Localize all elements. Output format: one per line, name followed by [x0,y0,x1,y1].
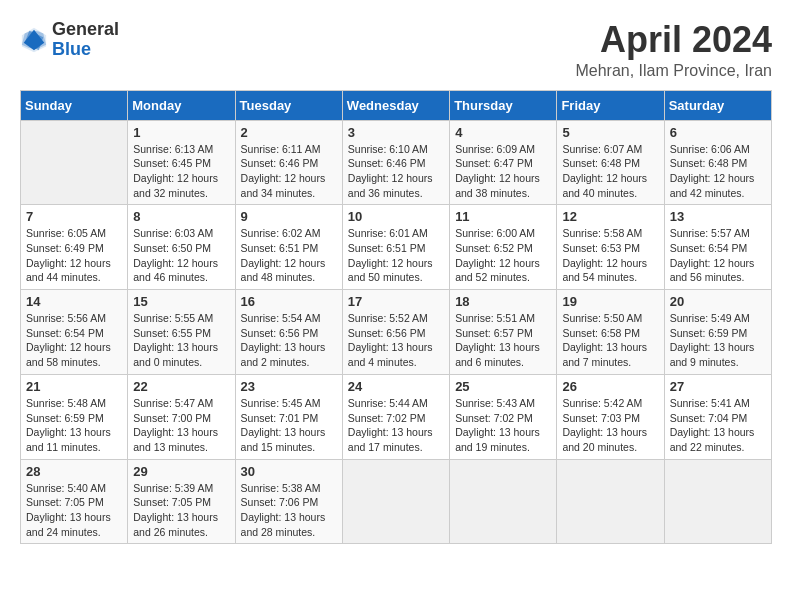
day-info: Sunrise: 6:06 AMSunset: 6:48 PMDaylight:… [670,142,766,201]
day-number: 15 [133,294,229,309]
day-number: 11 [455,209,551,224]
day-number: 23 [241,379,337,394]
calendar-cell [21,120,128,205]
day-info: Sunrise: 6:01 AMSunset: 6:51 PMDaylight:… [348,226,444,285]
calendar-cell: 23Sunrise: 5:45 AMSunset: 7:01 PMDayligh… [235,374,342,459]
day-number: 4 [455,125,551,140]
calendar-cell: 28Sunrise: 5:40 AMSunset: 7:05 PMDayligh… [21,459,128,544]
calendar-cell: 4Sunrise: 6:09 AMSunset: 6:47 PMDaylight… [450,120,557,205]
calendar-cell: 16Sunrise: 5:54 AMSunset: 6:56 PMDayligh… [235,290,342,375]
calendar-cell: 29Sunrise: 5:39 AMSunset: 7:05 PMDayligh… [128,459,235,544]
calendar-cell: 5Sunrise: 6:07 AMSunset: 6:48 PMDaylight… [557,120,664,205]
day-info: Sunrise: 5:58 AMSunset: 6:53 PMDaylight:… [562,226,658,285]
day-number: 1 [133,125,229,140]
week-row-1: 1Sunrise: 6:13 AMSunset: 6:45 PMDaylight… [21,120,772,205]
logo-text: General Blue [52,20,119,60]
day-info: Sunrise: 6:02 AMSunset: 6:51 PMDaylight:… [241,226,337,285]
logo-icon [20,26,48,54]
day-number: 17 [348,294,444,309]
weekday-header-monday: Monday [128,90,235,120]
calendar-cell: 2Sunrise: 6:11 AMSunset: 6:46 PMDaylight… [235,120,342,205]
day-number: 22 [133,379,229,394]
day-number: 12 [562,209,658,224]
day-number: 30 [241,464,337,479]
weekday-header-wednesday: Wednesday [342,90,449,120]
day-info: Sunrise: 5:43 AMSunset: 7:02 PMDaylight:… [455,396,551,455]
weekday-header-sunday: Sunday [21,90,128,120]
day-number: 20 [670,294,766,309]
day-number: 10 [348,209,444,224]
calendar-cell: 3Sunrise: 6:10 AMSunset: 6:46 PMDaylight… [342,120,449,205]
calendar-cell: 18Sunrise: 5:51 AMSunset: 6:57 PMDayligh… [450,290,557,375]
location-subtitle: Mehran, Ilam Province, Iran [575,62,772,80]
calendar-cell: 19Sunrise: 5:50 AMSunset: 6:58 PMDayligh… [557,290,664,375]
calendar-header: SundayMondayTuesdayWednesdayThursdayFrid… [21,90,772,120]
calendar-cell: 13Sunrise: 5:57 AMSunset: 6:54 PMDayligh… [664,205,771,290]
week-row-3: 14Sunrise: 5:56 AMSunset: 6:54 PMDayligh… [21,290,772,375]
day-info: Sunrise: 6:07 AMSunset: 6:48 PMDaylight:… [562,142,658,201]
day-info: Sunrise: 5:51 AMSunset: 6:57 PMDaylight:… [455,311,551,370]
calendar-cell: 25Sunrise: 5:43 AMSunset: 7:02 PMDayligh… [450,374,557,459]
day-info: Sunrise: 6:10 AMSunset: 6:46 PMDaylight:… [348,142,444,201]
calendar-cell: 15Sunrise: 5:55 AMSunset: 6:55 PMDayligh… [128,290,235,375]
day-number: 24 [348,379,444,394]
day-number: 8 [133,209,229,224]
day-number: 27 [670,379,766,394]
week-row-5: 28Sunrise: 5:40 AMSunset: 7:05 PMDayligh… [21,459,772,544]
calendar-cell: 20Sunrise: 5:49 AMSunset: 6:59 PMDayligh… [664,290,771,375]
day-number: 6 [670,125,766,140]
weekday-header-saturday: Saturday [664,90,771,120]
day-info: Sunrise: 5:42 AMSunset: 7:03 PMDaylight:… [562,396,658,455]
day-info: Sunrise: 6:11 AMSunset: 6:46 PMDaylight:… [241,142,337,201]
calendar-cell: 12Sunrise: 5:58 AMSunset: 6:53 PMDayligh… [557,205,664,290]
day-number: 26 [562,379,658,394]
day-info: Sunrise: 5:50 AMSunset: 6:58 PMDaylight:… [562,311,658,370]
day-info: Sunrise: 6:03 AMSunset: 6:50 PMDaylight:… [133,226,229,285]
day-info: Sunrise: 5:44 AMSunset: 7:02 PMDaylight:… [348,396,444,455]
week-row-4: 21Sunrise: 5:48 AMSunset: 6:59 PMDayligh… [21,374,772,459]
day-number: 7 [26,209,122,224]
day-info: Sunrise: 5:56 AMSunset: 6:54 PMDaylight:… [26,311,122,370]
day-info: Sunrise: 6:13 AMSunset: 6:45 PMDaylight:… [133,142,229,201]
day-info: Sunrise: 6:00 AMSunset: 6:52 PMDaylight:… [455,226,551,285]
day-info: Sunrise: 5:48 AMSunset: 6:59 PMDaylight:… [26,396,122,455]
day-info: Sunrise: 5:39 AMSunset: 7:05 PMDaylight:… [133,481,229,540]
calendar-cell: 27Sunrise: 5:41 AMSunset: 7:04 PMDayligh… [664,374,771,459]
logo-general: General [52,20,119,40]
calendar-cell: 30Sunrise: 5:38 AMSunset: 7:06 PMDayligh… [235,459,342,544]
calendar-table: SundayMondayTuesdayWednesdayThursdayFrid… [20,90,772,545]
calendar-cell: 11Sunrise: 6:00 AMSunset: 6:52 PMDayligh… [450,205,557,290]
calendar-cell: 14Sunrise: 5:56 AMSunset: 6:54 PMDayligh… [21,290,128,375]
day-info: Sunrise: 5:40 AMSunset: 7:05 PMDaylight:… [26,481,122,540]
weekday-header-tuesday: Tuesday [235,90,342,120]
calendar-cell [450,459,557,544]
week-row-2: 7Sunrise: 6:05 AMSunset: 6:49 PMDaylight… [21,205,772,290]
day-info: Sunrise: 5:41 AMSunset: 7:04 PMDaylight:… [670,396,766,455]
day-number: 5 [562,125,658,140]
day-number: 28 [26,464,122,479]
day-info: Sunrise: 6:05 AMSunset: 6:49 PMDaylight:… [26,226,122,285]
calendar-cell: 17Sunrise: 5:52 AMSunset: 6:56 PMDayligh… [342,290,449,375]
calendar-cell [664,459,771,544]
calendar-cell: 22Sunrise: 5:47 AMSunset: 7:00 PMDayligh… [128,374,235,459]
day-number: 18 [455,294,551,309]
day-number: 13 [670,209,766,224]
title-block: April 2024 Mehran, Ilam Province, Iran [575,20,772,80]
calendar-cell [557,459,664,544]
calendar-body: 1Sunrise: 6:13 AMSunset: 6:45 PMDaylight… [21,120,772,544]
calendar-cell: 6Sunrise: 6:06 AMSunset: 6:48 PMDaylight… [664,120,771,205]
calendar-cell: 24Sunrise: 5:44 AMSunset: 7:02 PMDayligh… [342,374,449,459]
day-info: Sunrise: 5:47 AMSunset: 7:00 PMDaylight:… [133,396,229,455]
day-number: 14 [26,294,122,309]
day-info: Sunrise: 5:55 AMSunset: 6:55 PMDaylight:… [133,311,229,370]
calendar-cell: 8Sunrise: 6:03 AMSunset: 6:50 PMDaylight… [128,205,235,290]
weekday-header-thursday: Thursday [450,90,557,120]
month-title: April 2024 [575,20,772,60]
day-info: Sunrise: 5:38 AMSunset: 7:06 PMDaylight:… [241,481,337,540]
header: General Blue April 2024 Mehran, Ilam Pro… [20,20,772,80]
calendar-cell: 10Sunrise: 6:01 AMSunset: 6:51 PMDayligh… [342,205,449,290]
day-info: Sunrise: 6:09 AMSunset: 6:47 PMDaylight:… [455,142,551,201]
weekday-header-row: SundayMondayTuesdayWednesdayThursdayFrid… [21,90,772,120]
day-info: Sunrise: 5:57 AMSunset: 6:54 PMDaylight:… [670,226,766,285]
day-number: 2 [241,125,337,140]
